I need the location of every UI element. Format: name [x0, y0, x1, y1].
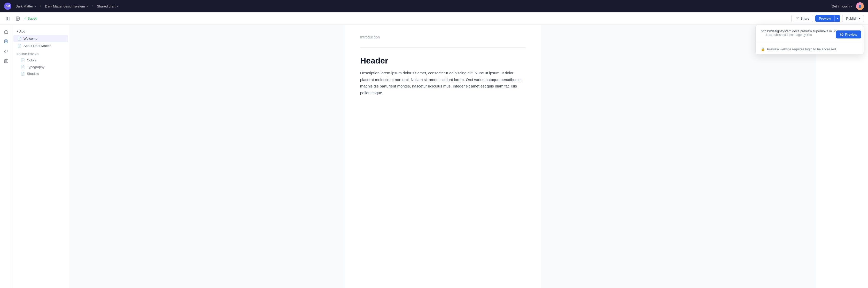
nav-item-colors[interactable]: 📄 Colors: [13, 57, 68, 64]
workspace-selector[interactable]: Dark Matter ▾: [13, 3, 38, 9]
toolbar-left: ✓ Saved: [4, 15, 789, 23]
page-doc-icon: 📄: [18, 37, 22, 40]
pages-icon: [4, 39, 8, 44]
nav-item-typography[interactable]: 📄 Typography: [13, 64, 68, 70]
draft-selector[interactable]: Shared draft ▾: [95, 3, 120, 9]
content-inner: Introduction Header Description lorem ip…: [345, 25, 541, 288]
preview-dropdown-button[interactable]: ▾: [834, 15, 840, 22]
checklist-icon-button[interactable]: [2, 57, 10, 65]
code-icon: [4, 49, 8, 53]
page-view-toggle-button[interactable]: [14, 15, 22, 23]
page-nav: + Add 📄 Welcome 📄 About Dark Matter Foun…: [12, 25, 69, 288]
page-icon: [16, 16, 20, 21]
user-avatar[interactable]: 👤: [856, 2, 864, 10]
code-icon-button[interactable]: [2, 47, 10, 55]
intro-label: Introduction: [360, 35, 525, 39]
content-section-title: Header: [360, 56, 525, 66]
typography-doc-icon: 📄: [21, 65, 25, 69]
toolbar-right: Share Preview ▾ Publish ▾: [791, 15, 864, 22]
content-body-text: Description lorem ipsum dolor sit amet, …: [360, 70, 525, 96]
preview-popup-button[interactable]: Preview: [836, 31, 861, 38]
preview-warning-row: 🔒 Preview website requires login to be a…: [755, 44, 864, 54]
get-in-touch-chevron-icon: ▾: [851, 5, 852, 8]
preview-main-button[interactable]: Preview: [815, 15, 834, 22]
colors-doc-icon: 📄: [21, 58, 25, 62]
preview-popup: https://designsystem.docs.preview.supern…: [755, 25, 864, 55]
svg-point-14: [842, 35, 842, 35]
svg-rect-1: [8, 17, 10, 20]
preview-button-group: Preview ▾: [815, 15, 840, 22]
nav-separator-2: /: [92, 4, 93, 8]
content-area[interactable]: Introduction Header Description lorem ip…: [69, 25, 816, 288]
publish-chevron-icon: ▾: [859, 17, 860, 20]
preview-published-text: Last published 1 hour ago by You: [761, 33, 836, 40]
add-page-button[interactable]: + Add: [12, 28, 69, 35]
shadow-doc-icon: 📄: [21, 72, 25, 76]
share-icon: [795, 17, 799, 21]
toolbar: ✓ Saved Share Preview ▾ Publish ▾: [0, 12, 868, 25]
page-doc-icon-2: 📄: [18, 44, 22, 48]
preview-divider: [755, 43, 864, 43]
workspace-logo[interactable]: DM: [4, 3, 11, 10]
top-nav: DM Dark Matter ▾ / Dark Matter design sy…: [0, 0, 868, 12]
sidebar-toggle-button[interactable]: [4, 15, 12, 23]
nav-item-shadow[interactable]: 📄 Shadow: [13, 70, 68, 77]
preview-popup-top: https://designsystem.docs.preview.supern…: [755, 25, 864, 42]
preview-popup-url-section: https://designsystem.docs.preview.supern…: [761, 29, 836, 40]
preview-warning-text: Preview website requires login to be acc…: [767, 47, 837, 51]
saved-indicator: ✓ Saved: [24, 16, 37, 21]
preview-url-text: https://designsystem.docs.preview.supern…: [761, 29, 832, 33]
nav-item-welcome[interactable]: 📄 Welcome: [13, 35, 68, 42]
checkmark-icon: ✓: [24, 16, 27, 21]
nav-separator: /: [40, 4, 41, 8]
svg-rect-0: [6, 17, 7, 20]
home-icon-button[interactable]: [2, 28, 10, 36]
pages-icon-button[interactable]: [2, 38, 10, 45]
preview-url-row: https://designsystem.docs.preview.supern…: [761, 29, 836, 33]
external-link-icon[interactable]: ↗: [833, 29, 836, 33]
preview-alert-icon: [840, 33, 843, 36]
svg-rect-9: [4, 60, 8, 63]
publish-button[interactable]: Publish ▾: [842, 15, 864, 22]
system-chevron-icon: ▾: [87, 5, 88, 8]
checklist-icon: [4, 59, 8, 63]
draft-chevron-icon: ▾: [117, 5, 118, 8]
contents-panel: CONTENTS Header: [816, 25, 868, 288]
main-layout: + Add 📄 Welcome 📄 About Dark Matter Foun…: [0, 25, 868, 288]
sidebar-icon: [6, 16, 10, 21]
get-in-touch-button[interactable]: Get in touch ▾: [830, 3, 854, 9]
workspace-chevron-icon: ▾: [35, 5, 36, 8]
share-button[interactable]: Share: [791, 15, 813, 22]
nav-item-about[interactable]: 📄 About Dark Matter: [13, 42, 68, 49]
lock-icon: 🔒: [761, 47, 765, 51]
foundations-section-label: Foundations: [12, 49, 69, 57]
home-icon: [4, 30, 8, 34]
system-selector[interactable]: Dark Matter design system ▾: [43, 3, 90, 9]
content-divider-top: [360, 47, 525, 48]
icon-sidebar: [0, 25, 12, 288]
